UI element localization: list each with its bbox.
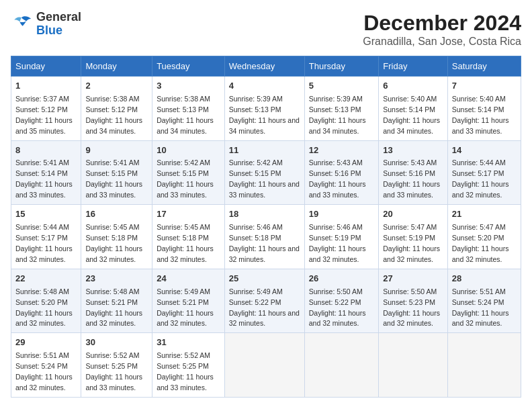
calendar-cell: 14Sunrise: 5:44 AMSunset: 5:17 PMDayligh…	[447, 140, 521, 205]
day-daylight: Daylight: 11 hours and 33 minutes.	[229, 180, 300, 199]
calendar-cell: 27Sunrise: 5:50 AMSunset: 5:23 PMDayligh…	[379, 269, 447, 333]
day-sunset: Sunset: 5:20 PM	[452, 234, 504, 242]
day-number: 5	[309, 80, 374, 93]
day-daylight: Daylight: 11 hours and 32 minutes.	[15, 309, 73, 328]
day-daylight: Daylight: 11 hours and 33 minutes.	[85, 180, 142, 199]
calendar-cell: 8Sunrise: 5:41 AMSunset: 5:14 PMDaylight…	[11, 140, 81, 205]
day-sunset: Sunset: 5:14 PM	[452, 105, 504, 113]
day-number: 19	[309, 208, 374, 221]
day-sunset: Sunset: 5:21 PM	[157, 298, 209, 306]
day-daylight: Daylight: 11 hours and 33 minutes.	[157, 180, 214, 199]
calendar-week-row: 8Sunrise: 5:41 AMSunset: 5:14 PMDaylight…	[11, 140, 521, 205]
header-sunday: Sunday	[11, 56, 81, 77]
day-sunset: Sunset: 5:13 PM	[309, 105, 361, 113]
calendar-cell: 20Sunrise: 5:47 AMSunset: 5:19 PMDayligh…	[379, 205, 447, 269]
day-sunset: Sunset: 5:15 PM	[85, 169, 138, 177]
location-subtitle: Granadilla, San Jose, Costa Rica	[363, 36, 521, 48]
calendar-cell: 24Sunrise: 5:49 AMSunset: 5:21 PMDayligh…	[152, 269, 225, 333]
header-wednesday: Wednesday	[224, 56, 304, 77]
logo-bird-icon	[11, 15, 32, 34]
day-number: 21	[452, 208, 517, 221]
calendar-cell: 28Sunrise: 5:51 AMSunset: 5:24 PMDayligh…	[447, 269, 521, 333]
day-number: 1	[15, 80, 77, 93]
day-daylight: Daylight: 11 hours and 32 minutes.	[452, 309, 509, 328]
day-sunrise: Sunrise: 5:48 AM	[15, 287, 69, 295]
calendar-week-row: 15Sunrise: 5:44 AMSunset: 5:17 PMDayligh…	[11, 205, 521, 269]
day-sunset: Sunset: 5:18 PM	[157, 234, 209, 242]
calendar-week-row: 29Sunrise: 5:51 AMSunset: 5:24 PMDayligh…	[11, 333, 521, 398]
day-daylight: Daylight: 11 hours and 33 minutes.	[85, 373, 142, 392]
day-sunset: Sunset: 5:12 PM	[15, 105, 68, 113]
day-sunset: Sunset: 5:18 PM	[229, 234, 281, 242]
day-sunset: Sunset: 5:16 PM	[383, 169, 435, 177]
day-number: 22	[15, 273, 77, 285]
day-sunset: Sunset: 5:15 PM	[229, 169, 281, 177]
calendar-table: SundayMondayTuesdayWednesdayThursdayFrid…	[11, 56, 521, 398]
header-tuesday: Tuesday	[152, 56, 225, 77]
calendar-cell: 15Sunrise: 5:44 AMSunset: 5:17 PMDayligh…	[11, 205, 81, 269]
day-number: 25	[229, 273, 300, 285]
day-number: 12	[309, 144, 374, 157]
day-daylight: Daylight: 11 hours and 32 minutes.	[383, 309, 440, 328]
day-sunrise: Sunrise: 5:47 AM	[452, 223, 506, 231]
day-number: 15	[15, 208, 77, 221]
day-sunrise: Sunrise: 5:46 AM	[309, 223, 363, 231]
day-sunset: Sunset: 5:25 PM	[85, 362, 138, 370]
day-sunset: Sunset: 5:23 PM	[383, 298, 435, 306]
day-daylight: Daylight: 11 hours and 34 minutes.	[229, 116, 300, 135]
day-daylight: Daylight: 11 hours and 33 minutes.	[309, 180, 366, 199]
day-sunrise: Sunrise: 5:51 AM	[452, 287, 506, 295]
calendar-week-row: 22Sunrise: 5:48 AMSunset: 5:20 PMDayligh…	[11, 269, 521, 333]
day-daylight: Daylight: 11 hours and 32 minutes.	[85, 309, 142, 328]
day-sunrise: Sunrise: 5:38 AM	[157, 95, 210, 103]
calendar-cell: 10Sunrise: 5:42 AMSunset: 5:15 PMDayligh…	[152, 140, 225, 205]
calendar-cell: 5Sunrise: 5:39 AMSunset: 5:13 PMDaylight…	[304, 77, 378, 141]
day-daylight: Daylight: 11 hours and 34 minutes.	[383, 116, 440, 135]
calendar-cell: 26Sunrise: 5:50 AMSunset: 5:22 PMDayligh…	[304, 269, 378, 333]
day-sunrise: Sunrise: 5:52 AM	[157, 351, 210, 359]
day-sunset: Sunset: 5:17 PM	[15, 234, 68, 242]
calendar-cell: 7Sunrise: 5:40 AMSunset: 5:14 PMDaylight…	[447, 77, 521, 141]
day-daylight: Daylight: 11 hours and 34 minutes.	[85, 116, 142, 135]
day-number: 8	[15, 144, 77, 157]
calendar-cell	[224, 333, 304, 398]
day-sunset: Sunset: 5:19 PM	[309, 234, 361, 242]
day-number: 7	[452, 80, 517, 93]
calendar-cell: 29Sunrise: 5:51 AMSunset: 5:24 PMDayligh…	[11, 333, 81, 398]
day-sunset: Sunset: 5:13 PM	[157, 105, 209, 113]
page-header: General Blue December 2024 Granadilla, S…	[11, 11, 521, 48]
calendar-cell	[447, 333, 521, 398]
calendar-cell: 3Sunrise: 5:38 AMSunset: 5:13 PMDaylight…	[152, 77, 225, 141]
day-number: 26	[309, 273, 374, 285]
day-number: 23	[85, 273, 148, 285]
day-number: 3	[157, 80, 220, 93]
day-sunrise: Sunrise: 5:49 AM	[229, 287, 283, 295]
day-number: 17	[157, 208, 220, 221]
day-number: 27	[383, 273, 443, 285]
day-sunrise: Sunrise: 5:39 AM	[229, 95, 283, 103]
calendar-cell: 1Sunrise: 5:37 AMSunset: 5:12 PMDaylight…	[11, 77, 81, 141]
day-sunset: Sunset: 5:12 PM	[85, 105, 138, 113]
day-daylight: Daylight: 11 hours and 32 minutes.	[452, 180, 509, 199]
day-daylight: Daylight: 11 hours and 33 minutes.	[452, 116, 509, 135]
calendar-cell: 2Sunrise: 5:38 AMSunset: 5:12 PMDaylight…	[81, 77, 152, 141]
day-number: 28	[452, 273, 517, 285]
day-number: 10	[157, 144, 220, 157]
calendar-cell: 13Sunrise: 5:43 AMSunset: 5:16 PMDayligh…	[379, 140, 447, 205]
day-daylight: Daylight: 11 hours and 32 minutes.	[15, 373, 73, 392]
day-sunrise: Sunrise: 5:50 AM	[309, 287, 363, 295]
logo: General Blue	[11, 11, 81, 38]
calendar-week-row: 1Sunrise: 5:37 AMSunset: 5:12 PMDaylight…	[11, 77, 521, 141]
day-number: 11	[229, 144, 300, 157]
day-daylight: Daylight: 11 hours and 32 minutes.	[229, 244, 300, 263]
calendar-cell: 22Sunrise: 5:48 AMSunset: 5:20 PMDayligh…	[11, 269, 81, 333]
day-sunset: Sunset: 5:17 PM	[452, 169, 504, 177]
day-number: 6	[383, 80, 443, 93]
day-sunrise: Sunrise: 5:43 AM	[383, 158, 437, 167]
header-monday: Monday	[81, 56, 152, 77]
day-number: 31	[157, 336, 220, 349]
header-friday: Friday	[379, 56, 447, 77]
day-daylight: Daylight: 11 hours and 32 minutes.	[383, 244, 440, 263]
day-sunrise: Sunrise: 5:41 AM	[85, 158, 139, 167]
day-sunrise: Sunrise: 5:41 AM	[15, 158, 69, 167]
